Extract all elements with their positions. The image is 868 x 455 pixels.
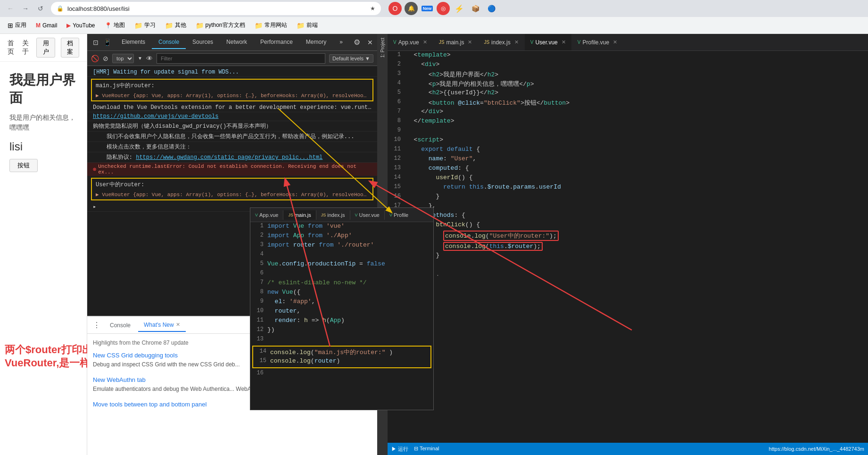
ext-icon1[interactable]: ⚡: [453, 2, 466, 15]
bookmark-label: 其他: [175, 21, 186, 29]
opera-icon[interactable]: O: [389, 2, 402, 15]
code-line-17: 17 },: [388, 202, 868, 211]
mini-line-8: 8 new Vue({: [250, 288, 433, 298]
code-line-16: 16 }: [388, 192, 868, 202]
mini-line-1: 1 import Vue from 'vue': [250, 222, 433, 232]
code-line-20: 20 console.log("User中的router:");: [388, 230, 868, 241]
tab-close-icon[interactable]: ✕: [613, 39, 617, 45]
vpn-icon[interactable]: ◎: [437, 2, 450, 15]
vscode-tab-app[interactable]: V App.vue ✕: [388, 34, 433, 50]
reload-button[interactable]: ↺: [34, 2, 47, 15]
tab-whats-new[interactable]: What's New ✕: [138, 319, 186, 332]
address-bar[interactable]: 🔒 localhost:8080/user/lisi ★: [51, 2, 381, 15]
ext-icon3[interactable]: 🔵: [485, 2, 498, 15]
tab-network[interactable]: Network: [220, 36, 254, 49]
code-line-22: 22 }: [388, 251, 868, 261]
webpage-btn[interactable]: 按钮: [9, 159, 38, 172]
back-button[interactable]: ←: [4, 2, 17, 15]
tab-close-icon[interactable]: ✕: [562, 39, 566, 45]
bookmark-common[interactable]: 📁 常用网站: [251, 19, 291, 31]
context-select[interactable]: top: [112, 54, 134, 63]
clear-console-icon[interactable]: 🚫: [91, 55, 99, 62]
code-line-12: 12 name: "User",: [388, 155, 868, 164]
tab-console[interactable]: Console: [152, 36, 186, 49]
code-line-21: 21 console.log(this.$router);: [388, 241, 868, 251]
vscode-tab-user[interactable]: V User.vue ✕: [525, 34, 572, 50]
ext-icon2[interactable]: 📦: [469, 2, 482, 15]
run-status[interactable]: ▶ 运行: [391, 446, 408, 453]
code-line-4: 4 <p>我是用户的相关信息，嘿嘿嘿</p>: [388, 79, 868, 89]
bookmark-apps[interactable]: ⊞ 应用: [4, 19, 30, 31]
js-icon: JS: [321, 213, 326, 217]
bookmark-maps[interactable]: 📍 地图: [101, 19, 129, 31]
bookmark-python[interactable]: 📁 python官方文档: [192, 19, 249, 31]
terminal-status[interactable]: ⊟ Terminal: [414, 446, 439, 453]
code-line-24: . .: [388, 270, 868, 280]
tab-elements[interactable]: Elements: [115, 36, 152, 49]
vscode-main: V App.vue ✕ JS main.js ✕ JS index.js ✕: [388, 34, 868, 455]
mini-tab-profile[interactable]: V Profile: [385, 210, 413, 220]
tab-memory[interactable]: Memory: [299, 36, 333, 49]
status-items: ▶ 运行 ⊟ Terminal: [391, 446, 761, 453]
tab-label: index.js: [491, 39, 511, 46]
bookmark-gmail[interactable]: M Gmail: [32, 20, 61, 31]
mini-code-editor[interactable]: 1 import Vue from 'vue' 2 import App fro…: [250, 222, 433, 410]
console-line-devtools: Download the Vue Devtools extension for …: [87, 103, 377, 112]
tab-sources[interactable]: Sources: [186, 36, 220, 49]
code-editor[interactable]: 1 <template> 2 <div> 3 <h2>我是用户界面</h2> 4: [388, 51, 868, 443]
filter-input[interactable]: [157, 53, 325, 64]
code-line-1: 1 <template>: [388, 51, 868, 60]
vscode-tabs: V App.vue ✕ JS main.js ✕ JS index.js ✕: [388, 34, 868, 51]
bookmark-frontend[interactable]: 📁 前端: [293, 19, 322, 31]
tab-label: Profile.vue: [582, 39, 609, 46]
mini-line-11: 11 render: h => h(App): [250, 316, 433, 326]
tab-more[interactable]: »: [333, 36, 349, 49]
devtools-inspector-icon[interactable]: ⊡: [91, 37, 100, 48]
mini-line-3: 3 import router from './router': [250, 241, 433, 250]
url-text: localhost:8080/user/lisi: [67, 5, 366, 12]
mini-tab-main[interactable]: JS main.js: [283, 210, 316, 220]
tab-performance[interactable]: Performance: [254, 36, 299, 49]
tab-close-icon[interactable]: ✕: [514, 39, 519, 45]
devtools-gear-icon[interactable]: ⚙: [351, 37, 363, 48]
tab-close-icon[interactable]: ✕: [176, 322, 180, 328]
eye-icon[interactable]: 👁: [146, 55, 153, 62]
bookmark-youtube[interactable]: ▶ YouTube: [63, 20, 99, 31]
code-line-11: 11 export default {: [388, 145, 868, 155]
nav-user-btn[interactable]: 用户: [36, 38, 55, 58]
tab-close-icon[interactable]: ✕: [468, 39, 472, 45]
bookmark-study[interactable]: 📁 学习: [131, 19, 159, 31]
code-line-6: 6 <button @click="btnClick">按钮</button>: [388, 98, 868, 108]
vscode-tab-profile[interactable]: V Profile.vue ✕: [572, 34, 623, 50]
webpage-user: lisi: [9, 140, 77, 153]
notification-icon[interactable]: 🔔: [405, 2, 418, 15]
mini-tab-index[interactable]: JS index.js: [316, 210, 350, 220]
devtools-close-icon[interactable]: ✕: [364, 37, 376, 48]
webpage-desc: 我是用户的相关信息，嘿嘿嘿: [9, 113, 77, 132]
default-levels-btn[interactable]: Default levels ▼: [329, 54, 373, 63]
forward-button[interactable]: →: [19, 2, 32, 15]
tab-whats-new-label: What's New: [144, 322, 174, 328]
vue-icon: V: [389, 213, 392, 217]
console-line-privacy3: 模块点击次数，更多信息请关注：: [87, 142, 377, 152]
vscode-panel: 1: Project V App.vue ✕ JS main.js ✕: [377, 34, 868, 455]
status-link[interactable]: https://blog.csdn.net/MiXin_..._4482743m: [769, 446, 864, 452]
console-line-github: https://github.com/vuejs/vue-devtools: [87, 112, 377, 121]
mini-tab-user[interactable]: V User.vue: [350, 210, 385, 220]
tab-menu-icon[interactable]: ⋮: [91, 319, 102, 331]
js-icon: JS: [288, 213, 293, 217]
filter-icon[interactable]: ⊘: [103, 55, 108, 62]
mini-tab-app[interactable]: V App.vue: [250, 210, 283, 220]
vscode-tab-index[interactable]: JS index.js ✕: [478, 34, 524, 50]
nav-home[interactable]: 首页: [8, 39, 17, 56]
nav-about[interactable]: 关于: [22, 39, 31, 56]
nav-buttons: ← → ↺: [4, 2, 47, 15]
vscode-tab-main[interactable]: JS main.js ✕: [433, 34, 479, 50]
mini-tab-label: App.vue: [259, 212, 278, 218]
tab-close-icon[interactable]: ✕: [423, 39, 427, 45]
bookmark-other[interactable]: 📁 其他: [161, 19, 190, 31]
nav-archive-btn[interactable]: 档案: [61, 38, 79, 58]
tab-console-bottom[interactable]: Console: [104, 319, 136, 331]
devtools-mobile-icon[interactable]: 📱: [101, 37, 113, 48]
folder-icon: 📁: [165, 22, 173, 29]
